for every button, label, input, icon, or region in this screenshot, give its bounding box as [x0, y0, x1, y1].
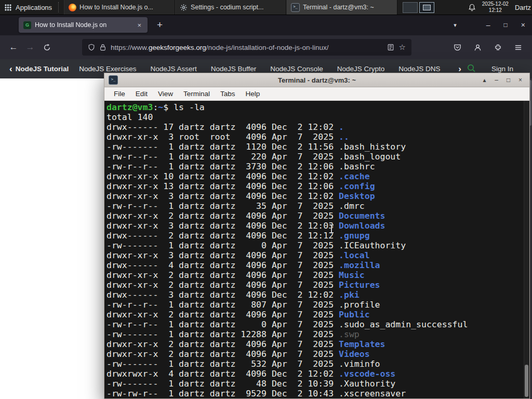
applications-menu-button[interactable]: Applications — [0, 0, 57, 15]
browser-window-controls: ▾ – □ × — [448, 20, 532, 31]
terminal-close-button[interactable]: × — [515, 76, 525, 84]
terminal-ls-line: -rw-r--r-- 1 dartz dartz 35 Apr 7 2025 .… — [107, 201, 522, 211]
extensions-puzzle-icon[interactable] — [490, 39, 506, 55]
terminal-ls-line: -rw------- 1 dartz dartz 0 Apr 7 2025 .I… — [107, 241, 522, 250]
terminal-ls-line: -rw-r--r-- 1 dartz dartz 0 Apr 7 2025 .s… — [107, 320, 522, 329]
site-nav-item[interactable]: NodeJS Exercises — [79, 65, 136, 73]
ls-directory-name: .gnupg — [339, 231, 370, 241]
url-domain: geeksforgeeks.org — [149, 44, 206, 51]
terminal-titlebar[interactable]: >_ Terminal - dartz@vm3: ~ ▴ – □ × — [104, 73, 529, 87]
site-nav-item[interactable]: NodeJS Assert — [150, 65, 196, 73]
terminal-menu-view[interactable]: View — [153, 88, 178, 99]
ls-directory-name: .cache — [339, 171, 370, 181]
terminal-ls-line: -rw-r--r-- 1 dartz dartz 807 Apr 7 2025 … — [107, 300, 522, 310]
terminal-menu-file[interactable]: File — [109, 88, 130, 99]
menu-hamburger-icon[interactable] — [510, 39, 526, 55]
ls-directory-name: Downloads — [339, 221, 385, 231]
terminal-ls-line: drwxr-xr-x 2 dartz dartz 4096 Apr 7 2025… — [107, 211, 522, 221]
terminal-ls-line: -rw-rw-r-- 1 dartz dartz 9529 Dec 2 10:4… — [107, 389, 522, 398]
terminal-ls-line: drwx------ 2 dartz dartz 4096 Dec 2 12:1… — [107, 231, 522, 241]
window-maximize-button[interactable]: □ — [497, 20, 514, 30]
nav-scroll-left-icon[interactable]: ‹ — [7, 64, 15, 74]
site-nav-item[interactable]: NodeJS Crypto — [337, 65, 385, 73]
account-icon[interactable] — [470, 39, 485, 55]
taskbar-window-button-firefox[interactable]: How to Install Node.js o... — [64, 0, 175, 15]
window-minimize-button[interactable]: – — [480, 20, 497, 30]
terminal-total-line: total 140 — [107, 112, 522, 122]
site-nav-item[interactable]: NodeJS Buffer — [211, 65, 257, 73]
terminal-ls-line: -rw------- 1 dartz dartz 48 Dec 2 10:39 … — [107, 379, 522, 389]
taskbar-window-label: Terminal - dartz@vm3: ~ — [303, 4, 374, 11]
sign-in-button[interactable]: Sign In — [491, 65, 513, 73]
ls-directory-name: Documents — [339, 211, 385, 221]
forward-button[interactable]: → — [22, 39, 38, 55]
terminal-window-controls: ▴ – □ × — [480, 76, 525, 84]
tracking-shield-icon[interactable] — [88, 44, 95, 51]
tab-close-icon[interactable]: × — [136, 21, 143, 30]
lock-icon[interactable] — [100, 44, 106, 51]
terminal-ls-line: drwxr-xr-x 3 dartz dartz 4096 Dec 2 12:0… — [107, 221, 522, 231]
terminal-menu-help[interactable]: Help — [241, 88, 265, 99]
clock-time: 12:12 — [482, 7, 509, 14]
notifications-bell-icon[interactable] — [468, 4, 476, 11]
ls-directory-name: .config — [339, 181, 375, 191]
terminal-body[interactable]: dartz@vm3:~$ ls -latotal 140drwx------ 1… — [104, 101, 529, 398]
url-prefix: https://www. — [111, 44, 149, 51]
ls-directory-name: . — [339, 122, 344, 132]
terminal-ls-line: drwxr-xr-x 2 dartz dartz 4096 Apr 7 2025… — [107, 270, 522, 280]
desktop: Applications How to Install Node.js o...… — [0, 0, 532, 399]
terminal-menu-edit[interactable]: Edit — [130, 88, 153, 99]
terminal-menu-terminal[interactable]: Terminal — [178, 88, 215, 99]
terminal-menu-tabs[interactable]: Tabs — [215, 88, 241, 99]
workspace-switcher — [403, 0, 434, 15]
list-all-tabs-icon[interactable]: ▾ — [448, 20, 462, 31]
terminal-icon: >_ — [291, 3, 300, 12]
ls-file-name: .bash_history — [339, 142, 406, 152]
gear-icon — [180, 4, 188, 11]
taskbar-window-button-settings[interactable]: Settings - codium script... — [175, 0, 286, 15]
ls-file-name: .bash_logout — [339, 152, 401, 162]
ls-file-name: .sudo_as_admin_successful — [339, 320, 468, 329]
ls-file-name: .swp — [339, 329, 360, 339]
terminal-scrollbar[interactable] — [524, 101, 529, 398]
terminal-title-icon: >_ — [109, 75, 118, 85]
pocket-icon[interactable] — [449, 39, 465, 55]
terminal-shade-button[interactable]: ▴ — [480, 76, 489, 84]
nav-item-nodejs-tutorial[interactable]: NodeJS Tutorial — [16, 65, 69, 73]
terminal-output: dartz@vm3:~$ ls -latotal 140drwx------ 1… — [107, 102, 522, 398]
ls-directory-name: Desktop — [339, 191, 375, 201]
toolbar-right-icons — [449, 39, 527, 55]
taskbar-window-button-terminal[interactable]: >_Terminal - dartz@vm3: ~ — [286, 0, 397, 15]
bookmark-star-icon[interactable]: ☆ — [399, 43, 406, 52]
terminal-maximize-button[interactable]: □ — [503, 76, 513, 84]
ls-file-name: .viminfo — [339, 359, 380, 369]
terminal-ls-line: -rw------- 1 dartz dartz 1120 Dec 2 11:5… — [107, 142, 522, 152]
reader-mode-icon[interactable] — [387, 44, 394, 51]
clock[interactable]: 2025-12-02 12:12 — [482, 1, 509, 14]
ls-file-name: .dmrc — [339, 201, 365, 211]
browser-tab[interactable]: G How to Install Node.js on × — [19, 17, 148, 33]
user-menu[interactable]: Dartz — [515, 4, 531, 11]
workspace-1[interactable] — [403, 2, 418, 13]
reload-button[interactable] — [38, 39, 55, 55]
site-nav-item[interactable]: NodeJS DNS — [398, 65, 440, 73]
terminal-ls-line: drwxr-xr-x 2 dartz dartz 4096 Apr 7 2025… — [107, 339, 522, 349]
terminal-ls-line: drwxr-xr-x 3 dartz dartz 4096 Apr 7 2025… — [107, 250, 522, 260]
url-bar[interactable]: https://www.geeksforgeeks.org/node-js/in… — [82, 39, 411, 56]
window-close-button[interactable]: × — [514, 20, 532, 30]
terminal-scrollbar-thumb[interactable] — [525, 365, 528, 397]
ls-file-name: .profile — [339, 300, 380, 310]
terminal-ls-line: drwxr-xr-x 2 dartz dartz 4096 Apr 7 2025… — [107, 310, 522, 320]
new-tab-button[interactable]: + — [154, 19, 166, 31]
site-nav-item[interactable]: NodeJS Console — [270, 65, 323, 73]
workspace-window-thumb — [423, 5, 431, 10]
terminal-ls-line: drwxr-xr-x 3 root root 4096 Apr 7 2025 .… — [107, 132, 522, 142]
ls-directory-name: Pictures — [339, 280, 380, 290]
ls-directory-name: .pki — [339, 290, 360, 300]
workspace-2[interactable] — [419, 2, 434, 13]
terminal-ls-line: drwx------ 4 dartz dartz 4096 Apr 7 2025… — [107, 260, 522, 270]
terminal-minimize-button[interactable]: – — [491, 76, 501, 84]
tab-title: How to Install Node.js on — [35, 21, 132, 29]
terminal-ls-line: -rw------- 1 dartz dartz 12288 Apr 7 202… — [107, 329, 522, 339]
back-button[interactable]: ← — [5, 39, 22, 55]
